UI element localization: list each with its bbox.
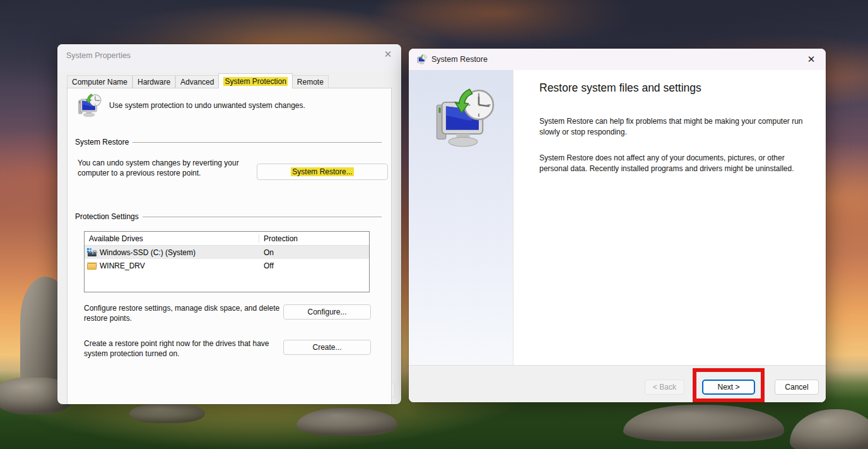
- protection-settings-list: Available Drives Protection Windows-SSD …: [84, 231, 370, 292]
- wizard-heading: Restore system files and settings: [539, 81, 701, 95]
- rock: [129, 404, 205, 423]
- system-restore-dialog: System Restore ✕ Restore system files an…: [409, 49, 826, 402]
- tab-hardware[interactable]: Hardware: [132, 75, 175, 88]
- drive-row-windows-ssd[interactable]: Windows-SSD (C:) (System) On: [85, 246, 369, 259]
- yellow-highlight-annotation: System Restore...: [291, 167, 353, 176]
- rock: [296, 408, 397, 436]
- wizard-paragraph-2: System Restore does not affect any of yo…: [539, 153, 809, 174]
- protection-settings-group-label: Protection Settings: [75, 212, 382, 221]
- create-description: Create a restore point right now for the…: [84, 338, 284, 359]
- dialog-title: System Properties: [66, 51, 131, 60]
- windows-drive-icon: [87, 248, 97, 257]
- tabstrip: Computer Name Hardware Advanced System P…: [67, 73, 329, 88]
- tab-system-protection[interactable]: System Protection: [218, 73, 292, 88]
- protection-status: Off: [259, 261, 274, 270]
- dialog-title: System Restore: [431, 55, 488, 64]
- create-button[interactable]: Create...: [283, 340, 371, 355]
- system-properties-titlebar: System Properties ✕: [57, 44, 401, 71]
- wizard-body: Restore system files and settings System…: [409, 70, 826, 365]
- intro-text: Use system protection to undo unwanted s…: [109, 101, 305, 110]
- yellow-highlight-annotation: System Protection: [223, 77, 287, 86]
- configure-button[interactable]: Configure...: [283, 304, 371, 320]
- drive-row-winre-drv[interactable]: WINRE_DRV Off: [85, 259, 369, 272]
- tab-advanced[interactable]: Advanced: [175, 75, 219, 88]
- system-restore-group-label: System Restore: [75, 138, 382, 147]
- system-properties-dialog: System Properties ✕ Computer Name Hardwa…: [57, 44, 401, 404]
- system-restore-titlebar: System Restore ✕: [409, 49, 826, 70]
- column-available-drives: Available Drives: [85, 234, 259, 243]
- system-restore-icon: [416, 54, 427, 64]
- close-icon[interactable]: ✕: [803, 52, 819, 66]
- system-restore-large-icon: [431, 88, 495, 148]
- system-protection-tab-page: Use system protection to undo unwanted s…: [67, 88, 392, 404]
- back-button[interactable]: < Back: [645, 380, 684, 395]
- folder-icon: [87, 261, 97, 270]
- wizard-paragraph-1: System Restore can help fix problems tha…: [539, 116, 809, 137]
- cancel-button[interactable]: Cancel: [775, 380, 819, 395]
- wizard-footer: < Back Next > Cancel: [409, 365, 826, 402]
- close-icon[interactable]: ✕: [380, 47, 396, 61]
- wizard-sidebar: [409, 70, 513, 365]
- system-restore-button[interactable]: System Restore...: [257, 164, 388, 180]
- wizard-content: Restore system files and settings System…: [513, 70, 826, 365]
- tab-computer-name[interactable]: Computer Name: [67, 75, 132, 88]
- next-button[interactable]: Next >: [702, 380, 755, 395]
- configure-description: Configure restore settings, manage disk …: [84, 303, 286, 323]
- protection-status: On: [259, 248, 274, 257]
- system-restore-description: You can undo system changes by reverting…: [78, 158, 249, 178]
- tab-remote[interactable]: Remote: [292, 75, 329, 88]
- system-protection-icon: [76, 93, 102, 117]
- list-header: Available Drives Protection: [85, 232, 369, 246]
- column-protection: Protection: [259, 234, 298, 243]
